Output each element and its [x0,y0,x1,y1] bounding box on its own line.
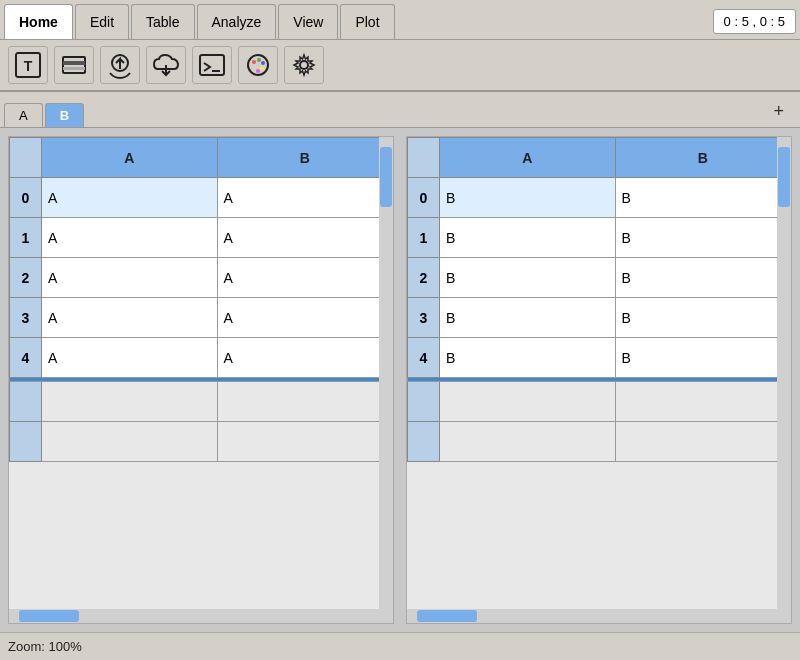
download-button[interactable] [146,46,186,84]
tab-analyze[interactable]: Analyze [197,4,277,39]
tab-edit[interactable]: Edit [75,4,129,39]
cell-b1-a[interactable]: B [440,218,616,258]
table-row: 3 A A [10,298,393,338]
tab-view[interactable]: View [278,4,338,39]
row-b-empty-6 [408,422,440,462]
table-a-panel: A B 0 A A 1 A A 2 [8,136,394,624]
table-row-empty [10,382,393,422]
tab-table[interactable]: Table [131,4,194,39]
add-sheet-button[interactable]: + [765,99,792,124]
table-a-vscroll-thumb[interactable] [380,147,392,207]
svg-point-12 [261,61,265,65]
table-a-col-b[interactable]: B [217,138,393,178]
empty-cell-b6-b[interactable] [615,422,791,462]
cell-a0-a[interactable]: A [42,178,218,218]
row-empty-5 [10,382,42,422]
toolbar: T [0,40,800,92]
row-b-empty-5 [408,382,440,422]
row-b-index-2: 2 [408,258,440,298]
table-row: 4 A A [10,338,393,378]
row-b-index-4: 4 [408,338,440,378]
cell-b4-b[interactable]: B [615,338,791,378]
table-row-empty-b [408,422,791,462]
table-a-hscroll-thumb[interactable] [19,610,79,622]
table-row-empty-b [408,382,791,422]
cell-b1-b[interactable]: B [615,218,791,258]
sheet-tab-b[interactable]: B [45,103,84,127]
menu-bar: Home Edit Table Analyze View Plot 0 : 5 … [0,0,800,40]
table-b-col-a[interactable]: A [440,138,616,178]
cell-a2-a[interactable]: A [42,258,218,298]
coord-display: 0 : 5 , 0 : 5 [713,9,796,34]
new-table-button[interactable]: T [8,46,48,84]
table-a-scroll: A B 0 A A 1 A A 2 [9,137,393,609]
empty-cell-a6-a[interactable] [42,422,218,462]
row-index-3: 3 [10,298,42,338]
svg-rect-4 [63,67,85,70]
cell-a3-a[interactable]: A [42,298,218,338]
table-b-panel: A B 0 B B 1 B B 2 [406,136,792,624]
table-row-empty [10,422,393,462]
table-b-vscroll[interactable] [777,137,791,609]
table-row: 4 B B [408,338,791,378]
cell-a4-b[interactable]: A [217,338,393,378]
cell-b0-a[interactable]: B [440,178,616,218]
table-a-hscroll[interactable] [9,609,393,623]
svg-point-11 [257,58,261,62]
row-index-0: 0 [10,178,42,218]
row-index-1: 1 [10,218,42,258]
table-b-corner [408,138,440,178]
cell-a1-b[interactable]: A [217,218,393,258]
row-index-2: 2 [10,258,42,298]
table-b-hscroll[interactable] [407,609,791,623]
upload-button[interactable] [100,46,140,84]
cell-b3-b[interactable]: B [615,298,791,338]
tab-home[interactable]: Home [4,4,73,39]
cell-a3-b[interactable]: A [217,298,393,338]
cell-b3-a[interactable]: B [440,298,616,338]
empty-cell-b5-b[interactable] [615,382,791,422]
svg-point-10 [252,60,256,64]
svg-point-14 [256,69,260,73]
cell-a1-a[interactable]: A [42,218,218,258]
sheet-tab-a[interactable]: A [4,103,43,127]
table-a-col-a[interactable]: A [42,138,218,178]
save-button[interactable] [54,46,94,84]
empty-cell-a6-b[interactable] [217,422,393,462]
svg-text:T: T [24,58,33,74]
cell-b2-a[interactable]: B [440,258,616,298]
empty-cell-a5-b[interactable] [217,382,393,422]
settings-button[interactable] [284,46,324,84]
terminal-button[interactable] [192,46,232,84]
empty-cell-b5-a[interactable] [440,382,616,422]
row-b-index-1: 1 [408,218,440,258]
table-b-col-b[interactable]: B [615,138,791,178]
cell-a4-a[interactable]: A [42,338,218,378]
svg-point-13 [260,66,264,70]
cell-a0-b[interactable]: A [217,178,393,218]
cell-b2-b[interactable]: B [615,258,791,298]
tab-plot[interactable]: Plot [340,4,394,39]
table-row: 1 B B [408,218,791,258]
table-row: 2 B B [408,258,791,298]
table-row: 2 A A [10,258,393,298]
cell-a2-b[interactable]: A [217,258,393,298]
status-bar: Zoom: 100% [0,632,800,660]
cell-b4-a[interactable]: B [440,338,616,378]
table-a-corner [10,138,42,178]
svg-point-15 [300,61,308,69]
empty-cell-b6-a[interactable] [440,422,616,462]
table-b-hscroll-thumb[interactable] [417,610,477,622]
table-row: 1 A A [10,218,393,258]
row-b-index-0: 0 [408,178,440,218]
svg-rect-3 [63,61,85,65]
row-index-4: 4 [10,338,42,378]
empty-cell-a5-a[interactable] [42,382,218,422]
table-a: A B 0 A A 1 A A 2 [9,137,393,462]
cell-b0-b[interactable]: B [615,178,791,218]
row-empty-6 [10,422,42,462]
table-b-vscroll-thumb[interactable] [778,147,790,207]
palette-button[interactable] [238,46,278,84]
table-a-vscroll[interactable] [379,137,393,609]
table-row: 0 A A [10,178,393,218]
